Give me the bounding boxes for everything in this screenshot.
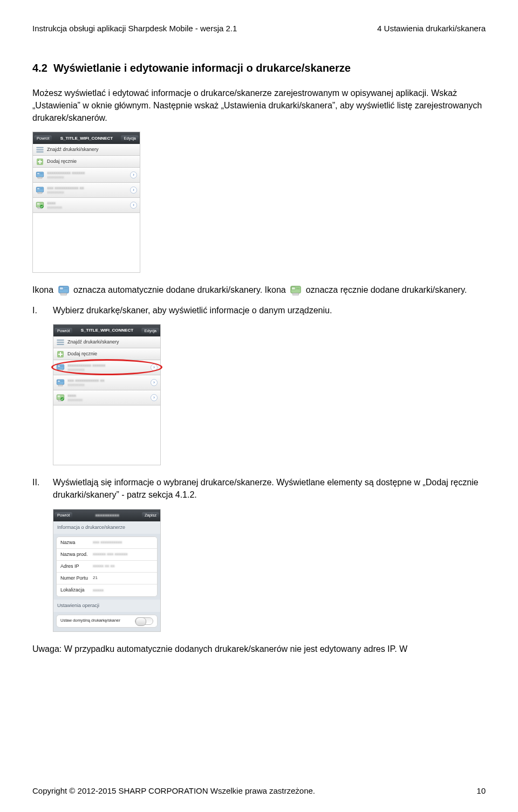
- navbar-title: S_TITLE_WIFI_CONNECT: [53, 135, 120, 142]
- value-port: 21: [93, 575, 153, 581]
- label-default: Ustaw domyślną drukarkę/skaner: [60, 618, 135, 624]
- printer-item-3[interactable]: xxxxxxxxxxxx ›: [33, 198, 140, 213]
- header-right: 4 Ustawienia drukarki/skanera: [377, 23, 486, 35]
- section-title: Wyświetlanie i edytowanie informacji o d…: [53, 62, 351, 74]
- printer-green-check-icon: [56, 394, 65, 402]
- form-row-location[interactable]: Lokalizacja xxxxx: [57, 584, 157, 596]
- printer-blue-icon: [36, 171, 44, 180]
- printer-green-check-icon: [36, 201, 44, 210]
- form-section-info: Informacja o drukarce/skanerze: [53, 521, 160, 534]
- header-left: Instrukcja obsługi aplikacji Sharpdesk M…: [32, 23, 237, 35]
- list-icon: [36, 146, 44, 154]
- printer-blue-icon: [56, 379, 65, 387]
- step-2-text: Wyświetlają się informacje o wybranej dr…: [53, 476, 486, 501]
- screenshot-list-1: Powrót S_TITLE_WIFI_CONNECT Edycja Znajd…: [32, 132, 140, 273]
- legend-c: oznacza ręcznie dodane drukarki/skanery.: [306, 285, 467, 294]
- footer-copyright: Copyright © 2012-2015 SHARP CORPORATION …: [32, 785, 315, 797]
- printer-blue-icon: [56, 363, 65, 372]
- add-manually-label: Dodaj ręcznie: [67, 350, 158, 357]
- step-1-text: Wybierz drukarkę/skaner, aby wyświetlić …: [53, 304, 486, 316]
- printer-item-2[interactable]: xxx xxxxxxxxxxx xxxxxxxxxxx ›: [53, 375, 160, 390]
- save-button[interactable]: Zapisz: [142, 512, 159, 519]
- section-number: 4.2: [32, 62, 47, 74]
- step-1: I. Wybierz drukarkę/skaner, aby wyświetl…: [32, 304, 486, 316]
- auto-printer-icon: [58, 285, 70, 297]
- form-row-default[interactable]: Ustaw domyślną drukarkę/skaner: [57, 615, 157, 627]
- blank-area: [53, 405, 160, 465]
- form-section-ops: Ustawienia operacji: [53, 600, 160, 612]
- add-manually-row[interactable]: Dodaj ręcznie: [53, 348, 160, 360]
- find-printers-row[interactable]: Znajdź drukarki/skanery: [53, 336, 160, 348]
- back-button[interactable]: Powrót: [34, 135, 52, 142]
- label-location: Lokalizacja: [60, 587, 93, 594]
- find-printers-row[interactable]: Znajdź drukarki/skanery: [33, 144, 140, 156]
- manual-printer-icon: [290, 285, 302, 297]
- printer-item-1[interactable]: xxxxxxxxxxx xxxxxxxxxxxxxxx ›: [33, 168, 140, 183]
- label-ip: Adres IP: [60, 563, 93, 570]
- footer-page-number: 10: [476, 785, 486, 797]
- form-row-product[interactable]: Nazwa prod. xxxxxx xxx xxxxxx: [57, 549, 157, 561]
- plus-icon: [36, 157, 44, 166]
- label-name: Nazwa: [60, 539, 93, 546]
- icon-legend-paragraph: Ikona oznacza automatycznie dodane druka…: [32, 284, 486, 297]
- default-switch[interactable]: [135, 617, 153, 625]
- add-manually-label: Dodaj ręcznie: [47, 158, 137, 165]
- step-2: II. Wyświetlają się informacje o wybrane…: [32, 476, 486, 501]
- edit-button[interactable]: Edycja: [121, 135, 139, 142]
- printer-item-1[interactable]: xxxxxxxxxxx xxxxxxxxxxxxxxx ›: [53, 360, 160, 375]
- intro-paragraph: Możesz wyświetlać i edytować informacje …: [32, 87, 486, 125]
- screenshot-list-2: Powrót S_TITLE_WIFI_CONNECT Edycja Znajd…: [53, 324, 161, 465]
- navbar: Powrót S_TITLE_WIFI_CONNECT Edycja: [53, 325, 160, 336]
- form-row-port[interactable]: Numer Portu 21: [57, 573, 157, 584]
- plus-icon: [56, 350, 65, 359]
- note-paragraph: Uwaga: W przypadku automatycznie dodanyc…: [32, 643, 486, 655]
- back-button[interactable]: Powrót: [54, 328, 72, 334]
- navbar-title: S_TITLE_WIFI_CONNECT: [73, 327, 140, 334]
- chevron-icon: ›: [130, 187, 137, 194]
- form-row-name[interactable]: Nazwa xxx xxxxxxxxxx: [57, 537, 157, 549]
- find-printers-label: Znajdź drukarki/skanery: [67, 339, 158, 346]
- printer-item-2[interactable]: xxx xxxxxxxxxxx xxxxxxxxxxx ›: [33, 183, 140, 198]
- screenshot-detail: Powrót xxxxxxxxxx Zapisz Informacja o dr…: [53, 509, 161, 632]
- blank-area: [33, 213, 140, 272]
- add-manually-row[interactable]: Dodaj ręcznie: [33, 156, 140, 168]
- label-product: Nazwa prod.: [60, 551, 93, 558]
- back-button[interactable]: Powrót: [54, 512, 72, 519]
- label-port: Numer Portu: [60, 575, 93, 582]
- find-printers-label: Znajdź drukarki/skanery: [47, 146, 137, 153]
- chevron-icon: ›: [130, 202, 137, 209]
- section-heading: 4.2 Wyświetlanie i edytowanie informacji…: [32, 60, 486, 76]
- printer-blue-icon: [36, 186, 44, 195]
- chevron-icon: ›: [151, 394, 158, 401]
- list-icon: [56, 338, 65, 347]
- form-row-ip[interactable]: Adres IP xxxxx xx xx: [57, 561, 157, 573]
- navbar-title: xxxxxxxxxx: [73, 512, 141, 519]
- chevron-icon: ›: [151, 379, 158, 386]
- printer-item-3[interactable]: xxxxxxxxxxxx ›: [53, 390, 160, 405]
- chevron-icon: ›: [151, 364, 158, 371]
- legend-a: Ikona: [32, 285, 53, 294]
- step-2-number: II.: [32, 476, 43, 501]
- edit-button[interactable]: Edycja: [141, 328, 159, 334]
- legend-b: oznacza automatycznie dodane drukarki/sk…: [73, 285, 286, 294]
- navbar: Powrót S_TITLE_WIFI_CONNECT Edycja: [33, 132, 140, 144]
- step-1-number: I.: [32, 304, 43, 316]
- chevron-icon: ›: [130, 171, 137, 178]
- navbar: Powrót xxxxxxxxxx Zapisz: [53, 510, 160, 521]
